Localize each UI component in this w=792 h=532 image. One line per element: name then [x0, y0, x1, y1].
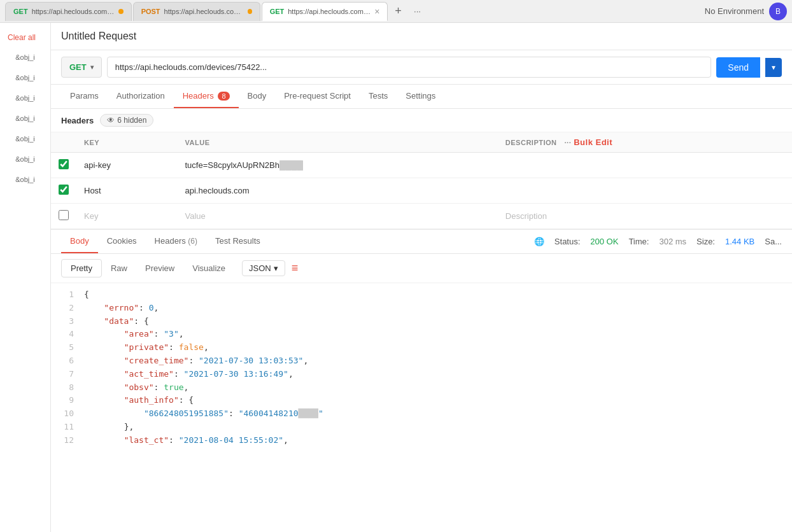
row2-value[interactable]: api.heclouds.com [178, 178, 498, 204]
send-button[interactable]: Send [716, 57, 760, 78]
code-line-12: 12 "last_ct": "2021-08-04 15:55:02", [61, 434, 782, 447]
tab-2-dot [248, 9, 252, 14]
tab-params[interactable]: Params [61, 85, 108, 108]
clear-all-button[interactable]: Clear all [0, 28, 50, 47]
status-label: Status: [555, 237, 580, 246]
code-line-11: 11 }, [61, 421, 782, 434]
time-value: 302 ms [659, 237, 686, 246]
code-line-7: 7 "act_time": "2021-07-30 13:16:49", [61, 368, 782, 381]
tab-1[interactable]: GET https://api.heclouds.com/devi... [5, 2, 132, 21]
tab-settings[interactable]: Settings [397, 85, 444, 108]
size-label: Size: [697, 237, 715, 246]
th-key: KEY [76, 132, 178, 153]
bulk-edit-button[interactable]: Bulk Edit [574, 137, 612, 147]
json-format-label: JSON [249, 263, 271, 273]
code-view: 1 { 2 "errno": 0, 3 "data": { 4 "area": … [51, 283, 792, 532]
fmt-tab-preview[interactable]: Preview [136, 260, 183, 277]
resp-tab-test-results[interactable]: Test Results [206, 230, 269, 253]
sidebar-item-7: &obj_i [0, 169, 50, 190]
method-label: GET [69, 62, 87, 72]
hidden-headers-toggle[interactable]: 👁 6 hidden [100, 114, 153, 127]
tab-authorization[interactable]: Authorization [108, 85, 174, 108]
th-checkbox [51, 132, 76, 153]
fmt-tab-pretty[interactable]: Pretty [61, 259, 102, 277]
tab-body[interactable]: Body [239, 85, 276, 108]
code-line-3: 3 "data": { [61, 315, 782, 328]
line-num-10: 10 [61, 407, 74, 421]
request-title: Untitled Request [61, 31, 136, 42]
json-format-chevron-icon: ▾ [274, 263, 278, 273]
url-input[interactable] [107, 57, 712, 78]
table-row-empty: Key Value Description [51, 204, 792, 229]
row1-checkbox[interactable] [59, 159, 69, 169]
empty-key-placeholder[interactable]: Key [76, 204, 178, 229]
tab-3-close[interactable]: × [374, 6, 379, 17]
row2-description[interactable] [498, 178, 792, 204]
resp-tab-cookies[interactable]: Cookies [98, 230, 146, 253]
code-line-5: 5 "private": false, [61, 341, 782, 354]
content-area: Untitled Request GET ▾ Send ▾ Params Aut… [51, 23, 792, 532]
sidebar-item-3: &obj_i [0, 88, 50, 108]
method-chevron-icon: ▾ [90, 64, 94, 71]
row1-checkbox-cell [51, 153, 76, 178]
table-row: Host api.heclouds.com [51, 178, 792, 204]
tab-1-method: GET [13, 8, 28, 15]
resp-tab-body[interactable]: Body [61, 230, 98, 253]
line-num-4: 4 [61, 328, 74, 341]
main-layout: Clear all &obj_i &obj_i &obj_i &obj_i &o… [0, 23, 792, 532]
code-line-8: 8 "obsv": true, [61, 381, 782, 395]
send-dropdown-button[interactable]: ▾ [765, 58, 782, 77]
tab-headers[interactable]: Headers 8 [174, 85, 239, 108]
tab-3[interactable]: GET https://api.heclouds.com/dev... × [262, 2, 388, 21]
code-line-10: 10 "866248051951885": "46004148210████" [61, 407, 782, 421]
fmt-tab-raw[interactable]: Raw [102, 260, 136, 277]
table-row: api-key tucfe=S8cpylxAUpRN2Bh████ [51, 153, 792, 178]
line-num-12: 12 [61, 434, 74, 447]
code-line-6: 6 "create_time": "2021-07-30 13:03:53", [61, 354, 782, 368]
response-section: Body Cookies Headers (6) Test Results 🌐 … [51, 229, 792, 532]
empty-value-placeholder[interactable]: Value [178, 204, 498, 229]
eye-icon: 👁 [107, 116, 115, 125]
row2-checkbox[interactable] [59, 185, 69, 195]
user-avatar[interactable]: B [769, 3, 787, 20]
hidden-count: 6 hidden [117, 116, 146, 125]
response-status-bar: 🌐 Status: 200 OK Time: 302 ms Size: 1.44… [534, 237, 782, 246]
row1-description[interactable] [498, 153, 792, 178]
add-tab-button[interactable]: + [389, 3, 407, 20]
code-line-4: 4 "area": "3", [61, 328, 782, 341]
line-num-1: 1 [61, 288, 74, 302]
save-response-partial: Sa... [765, 237, 782, 246]
request-tabs-bar: Params Authorization Headers 8 Body Pre-… [51, 85, 792, 109]
row1-value[interactable]: tucfe=S8cpylxAUpRN2Bh████ [178, 153, 498, 178]
resp-tab-headers[interactable]: Headers (6) [146, 230, 206, 253]
tab-3-url: https://api.heclouds.com/dev... [288, 8, 371, 15]
fmt-tab-visualize[interactable]: Visualize [183, 260, 234, 277]
method-selector[interactable]: GET ▾ [61, 57, 102, 78]
request-header: Untitled Request [51, 23, 792, 50]
more-tabs-button[interactable]: ··· [408, 3, 426, 20]
size-value: 1.44 KB [725, 237, 754, 246]
row2-key[interactable]: Host [76, 178, 178, 204]
environment-selector[interactable]: No Environment B [705, 3, 787, 20]
time-label: Time: [628, 237, 649, 246]
tab-tests[interactable]: Tests [360, 85, 397, 108]
more-options-icon[interactable]: ··· [565, 139, 572, 146]
wrap-text-icon[interactable]: ≡ [292, 262, 299, 275]
sidebar-item-2: &obj_i [0, 67, 50, 88]
tab-pre-request-script[interactable]: Pre-request Script [275, 85, 360, 108]
headers-section-bar: Headers 👁 6 hidden [51, 109, 792, 132]
sidebar-item-6: &obj_i [0, 149, 50, 169]
tab-2-method: POST [141, 8, 160, 15]
sidebar-item-1: &obj_i [0, 47, 50, 67]
empty-checkbox[interactable] [59, 210, 69, 220]
status-value: 200 OK [590, 237, 618, 246]
json-format-selector[interactable]: JSON ▾ [242, 260, 285, 276]
row1-key[interactable]: api-key [76, 153, 178, 178]
line-num-3: 3 [61, 315, 74, 328]
empty-description-placeholder[interactable]: Description [498, 204, 792, 229]
headers-table-container: KEY VALUE DESCRIPTION ··· Bulk Edit [51, 132, 792, 229]
th-description: DESCRIPTION ··· Bulk Edit [498, 132, 792, 153]
globe-icon: 🌐 [534, 237, 544, 246]
tab-1-dot [118, 9, 124, 14]
tab-2[interactable]: POST https://api.heclouds.com/nbi... [133, 2, 260, 21]
